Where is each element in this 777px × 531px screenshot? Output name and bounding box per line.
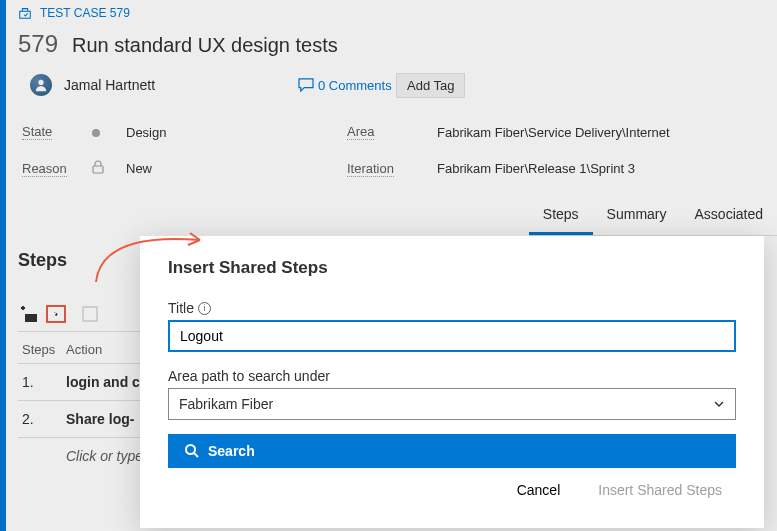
svg-point-7 bbox=[186, 445, 195, 454]
svg-rect-3 bbox=[25, 314, 37, 322]
svg-line-8 bbox=[194, 453, 198, 457]
work-item-type[interactable]: TEST CASE 579 bbox=[0, 0, 777, 20]
step-index: 2. bbox=[22, 411, 66, 427]
test-case-icon bbox=[18, 6, 32, 20]
svg-rect-0 bbox=[20, 11, 31, 18]
info-icon[interactable]: i bbox=[198, 302, 211, 315]
title-field-label: Title i bbox=[168, 300, 736, 316]
col-step-no: Steps bbox=[22, 342, 66, 357]
assignee-name[interactable]: Jamal Hartnett bbox=[64, 77, 155, 93]
tab-steps[interactable]: Steps bbox=[529, 196, 593, 235]
title-input[interactable] bbox=[168, 320, 736, 352]
tab-summary[interactable]: Summary bbox=[593, 196, 681, 235]
area-label: Area bbox=[347, 124, 374, 140]
search-button[interactable]: Search bbox=[168, 434, 736, 468]
step-index: 1. bbox=[22, 374, 66, 390]
comments-count-label: 0 Comments bbox=[318, 78, 392, 93]
state-label: State bbox=[22, 124, 52, 140]
search-icon bbox=[184, 443, 200, 459]
cancel-button[interactable]: Cancel bbox=[503, 474, 575, 506]
insert-shared-step-icon[interactable] bbox=[46, 305, 66, 323]
state-value[interactable]: Design bbox=[126, 125, 337, 140]
area-path-label: Area path to search under bbox=[168, 368, 736, 384]
tool-item-icon bbox=[80, 305, 100, 323]
area-path-select[interactable]: Fabrikam Fiber bbox=[168, 388, 736, 420]
reason-label: Reason bbox=[22, 161, 67, 177]
work-item-title[interactable]: Run standard UX design tests bbox=[72, 34, 338, 57]
iteration-value[interactable]: Fabrikam Fiber\Release 1\Sprint 3 bbox=[437, 161, 777, 176]
state-dot-icon bbox=[92, 129, 100, 137]
comment-icon bbox=[298, 78, 314, 92]
comments-link[interactable]: 0 Comments bbox=[298, 78, 392, 93]
insert-shared-steps-dialog: Insert Shared Steps Title i Area path to… bbox=[140, 236, 764, 528]
search-button-label: Search bbox=[208, 443, 255, 459]
reason-value[interactable]: New bbox=[126, 161, 337, 176]
svg-point-1 bbox=[38, 80, 43, 85]
work-item-id: 579 bbox=[18, 30, 58, 58]
insert-button-disabled: Insert Shared Steps bbox=[584, 474, 736, 506]
avatar[interactable] bbox=[28, 72, 54, 98]
svg-rect-6 bbox=[83, 307, 97, 321]
add-step-icon[interactable] bbox=[18, 305, 38, 323]
add-tag-button[interactable]: Add Tag bbox=[396, 73, 465, 98]
lock-icon bbox=[92, 160, 116, 177]
work-item-type-label: TEST CASE 579 bbox=[40, 6, 130, 20]
dialog-title: Insert Shared Steps bbox=[168, 258, 736, 278]
chevron-down-icon bbox=[713, 398, 725, 410]
tab-strip: Steps Summary Associated bbox=[529, 196, 777, 236]
iteration-label: Iteration bbox=[347, 161, 394, 177]
area-path-value: Fabrikam Fiber bbox=[179, 396, 273, 412]
tab-associated[interactable]: Associated bbox=[681, 196, 777, 235]
area-value[interactable]: Fabrikam Fiber\Service Delivery\Internet bbox=[437, 125, 777, 140]
svg-rect-2 bbox=[93, 166, 103, 173]
